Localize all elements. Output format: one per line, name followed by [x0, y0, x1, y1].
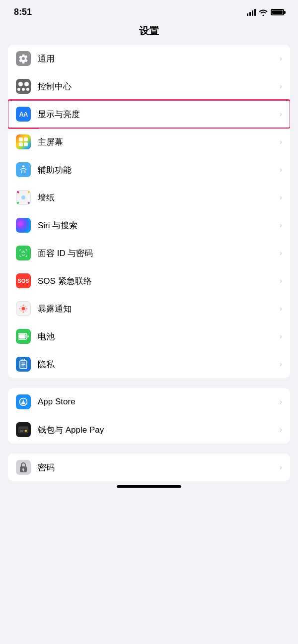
- svg-rect-1: [24, 137, 28, 141]
- svg-point-24: [25, 310, 26, 311]
- svg-point-23: [20, 310, 21, 311]
- svg-rect-2: [19, 142, 23, 146]
- svg-text:A: A: [22, 400, 25, 404]
- qiangzhi-icon: [16, 190, 31, 205]
- svg-point-20: [26, 308, 28, 310]
- status-bar: 8:51: [0, 0, 298, 20]
- tongyong-icon: [16, 51, 31, 66]
- baolu-label: 暴露通知: [38, 303, 276, 315]
- svg-rect-3: [24, 142, 28, 146]
- settings-item-siri[interactable]: Siri 与搜索 ›: [8, 211, 290, 239]
- appstore-icon: A: [16, 394, 31, 409]
- tongyong-label: 通用: [38, 53, 276, 64]
- svg-point-22: [25, 306, 26, 307]
- svg-point-33: [22, 468, 24, 470]
- siri-icon: [16, 218, 31, 233]
- sos-label: SOS 紧急联络: [38, 275, 276, 287]
- svg-point-13: [17, 191, 19, 193]
- baolu-chevron: ›: [280, 304, 282, 313]
- settings-group-1: 通用 › 控制中心 › AA 显示与亮度 ›: [8, 45, 290, 378]
- qiangzhi-chevron: ›: [280, 193, 282, 202]
- qiangzhi-label: 墙纸: [38, 192, 276, 203]
- settings-item-faceid[interactable]: 面容 ID 与密码 ›: [8, 239, 290, 267]
- svg-point-9: [27, 201, 30, 204]
- yinsi-label: 隐私: [38, 359, 276, 370]
- settings-group-3: 密码 ›: [8, 453, 290, 481]
- dianchi-label: 电池: [38, 331, 276, 342]
- settings-item-kongzhizhongxin[interactable]: 控制中心 ›: [8, 72, 290, 100]
- wallet-icon: [16, 422, 31, 437]
- tongyong-chevron: ›: [280, 54, 282, 63]
- status-icons: [247, 9, 284, 16]
- svg-rect-31: [25, 430, 27, 432]
- siri-chevron: ›: [280, 221, 282, 230]
- settings-item-dianchi[interactable]: 电池 ›: [8, 322, 290, 350]
- svg-rect-0: [19, 137, 23, 141]
- appstore-label: App Store: [38, 397, 276, 407]
- zhuping-icon: [16, 134, 31, 149]
- xianshi-chevron: ›: [280, 110, 282, 119]
- settings-item-baolu[interactable]: 暴露通知 ›: [8, 295, 290, 322]
- settings-item-zhuping[interactable]: 主屏幕 ›: [8, 128, 290, 156]
- svg-point-7: [27, 191, 30, 193]
- home-bar: [117, 485, 181, 488]
- signal-icon: [247, 9, 256, 16]
- page-title: 设置: [139, 25, 159, 36]
- status-time: 8:51: [14, 7, 32, 17]
- battery-icon: [271, 9, 284, 15]
- zhuping-label: 主屏幕: [38, 136, 276, 148]
- home-indicator: [0, 481, 298, 492]
- svg-point-4: [22, 165, 24, 167]
- settings-item-appstore[interactable]: A App Store ›: [8, 388, 290, 416]
- siri-label: Siri 与搜索: [38, 220, 276, 231]
- svg-point-5: [21, 195, 25, 199]
- svg-point-19: [19, 308, 21, 310]
- svg-point-11: [17, 201, 19, 204]
- mima-chevron: ›: [280, 463, 282, 472]
- svg-point-21: [20, 306, 21, 307]
- settings-item-yinsi[interactable]: 隐私 ›: [8, 350, 290, 378]
- settings-item-mima[interactable]: 密码 ›: [8, 453, 290, 481]
- faceid-icon: [16, 246, 31, 260]
- mima-label: 密码: [38, 462, 276, 473]
- faceid-label: 面容 ID 与密码: [38, 248, 276, 259]
- settings-item-fuzhu[interactable]: 辅助功能 ›: [8, 156, 290, 184]
- svg-point-17: [23, 305, 24, 306]
- wifi-icon: [259, 9, 268, 16]
- baolu-icon: [16, 301, 31, 316]
- kongzhizhongxin-label: 控制中心: [38, 81, 276, 92]
- fuzhu-icon: [16, 162, 31, 177]
- mima-icon: [16, 460, 31, 475]
- settings-group-2: A App Store › 钱包与 Apple Pay ›: [8, 388, 290, 444]
- settings-item-sos[interactable]: SOS SOS 紧急联络 ›: [8, 267, 290, 295]
- dianchi-icon: [16, 329, 31, 344]
- settings-item-xianshi[interactable]: AA 显示与亮度 ›: [8, 100, 290, 128]
- svg-point-15: [24, 252, 25, 253]
- svg-rect-26: [19, 334, 26, 339]
- svg-point-18: [23, 312, 24, 313]
- xianshi-label: 显示与亮度: [38, 109, 276, 120]
- kongzhizhongxin-chevron: ›: [280, 82, 282, 91]
- wallet-label: 钱包与 Apple Pay: [38, 424, 276, 436]
- dianchi-chevron: ›: [280, 332, 282, 341]
- wallet-chevron: ›: [280, 425, 282, 434]
- faceid-chevron: ›: [280, 249, 282, 258]
- svg-point-16: [22, 307, 25, 311]
- page-title-bar: 设置: [0, 20, 298, 45]
- sos-icon: SOS: [16, 273, 31, 288]
- kongzhizhongxin-icon: [16, 79, 31, 94]
- fuzhu-label: 辅助功能: [38, 164, 276, 176]
- zhuping-chevron: ›: [280, 137, 282, 146]
- appstore-chevron: ›: [280, 397, 282, 406]
- settings-item-wallet[interactable]: 钱包与 Apple Pay ›: [8, 416, 290, 444]
- fuzhu-chevron: ›: [280, 165, 282, 174]
- yinsi-icon: [16, 357, 31, 372]
- sos-chevron: ›: [280, 276, 282, 285]
- xianshi-icon: AA: [16, 107, 31, 122]
- svg-rect-30: [19, 427, 28, 429]
- settings-item-qiangzhi[interactable]: 墙纸 ›: [8, 184, 290, 211]
- svg-point-14: [22, 252, 23, 253]
- settings-item-tongyong[interactable]: 通用 ›: [8, 45, 290, 72]
- yinsi-chevron: ›: [280, 360, 282, 369]
